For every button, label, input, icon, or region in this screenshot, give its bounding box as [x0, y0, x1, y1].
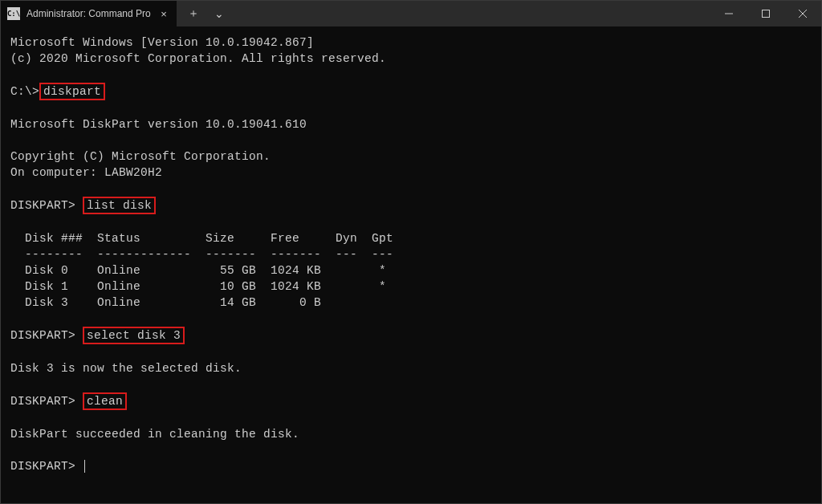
table-row: Disk 3 Online 14 GB 0 B	[10, 296, 321, 309]
table-header: Disk ### Status Size Free Dyn Gpt	[10, 232, 393, 245]
maximize-button[interactable]	[747, 1, 784, 26]
table-separator: -------- ------------- ------- ------- -…	[10, 248, 393, 261]
output-line: Copyright (C) Microsoft Corporation.	[10, 150, 271, 163]
output-line: Disk 3 is now the selected disk.	[10, 362, 242, 375]
output-line: Microsoft DiskPart version 10.0.19041.61…	[10, 118, 307, 131]
command-diskpart: diskpart	[39, 83, 105, 100]
minimize-button[interactable]	[710, 1, 747, 26]
new-tab-button[interactable]: ＋	[182, 2, 205, 25]
prompt: DISKPART>	[10, 460, 83, 473]
terminal-window: C:\ Administrator: Command Promp × ＋ ⌄ M…	[0, 0, 822, 504]
tab-close-button[interactable]: ×	[157, 7, 170, 20]
output-line: Microsoft Windows [Version 10.0.19042.86…	[10, 36, 314, 49]
text-cursor	[84, 460, 85, 473]
terminal-body[interactable]: Microsoft Windows [Version 10.0.19042.86…	[1, 26, 821, 503]
output-line: (c) 2020 Microsoft Corporation. All righ…	[10, 52, 386, 65]
table-row: Disk 1 Online 10 GB 1024 KB *	[10, 280, 386, 293]
prompt: DISKPART>	[10, 199, 83, 212]
tab-controls: ＋ ⌄	[177, 2, 235, 25]
prompt: C:\>	[10, 85, 39, 98]
prompt: DISKPART>	[10, 395, 83, 408]
output-line: On computer: LABW20H2	[10, 166, 162, 179]
window-controls	[710, 1, 821, 26]
prompt: DISKPART>	[10, 329, 83, 342]
output-line: DiskPart succeeded in cleaning the disk.	[10, 428, 299, 441]
command-prompt-icon: C:\	[7, 7, 20, 20]
close-button[interactable]	[784, 1, 821, 26]
tab-title: Administrator: Command Promp	[26, 8, 151, 19]
command-list-disk: list disk	[83, 197, 156, 214]
command-select-disk: select disk 3	[83, 327, 185, 344]
table-row: Disk 0 Online 55 GB 1024 KB *	[10, 264, 386, 277]
active-tab[interactable]: C:\ Administrator: Command Promp ×	[1, 1, 177, 26]
tab-dropdown-button[interactable]: ⌄	[208, 2, 230, 25]
svg-rect-1	[763, 10, 770, 18]
titlebar: C:\ Administrator: Command Promp × ＋ ⌄	[1, 1, 821, 26]
command-clean: clean	[83, 392, 127, 410]
